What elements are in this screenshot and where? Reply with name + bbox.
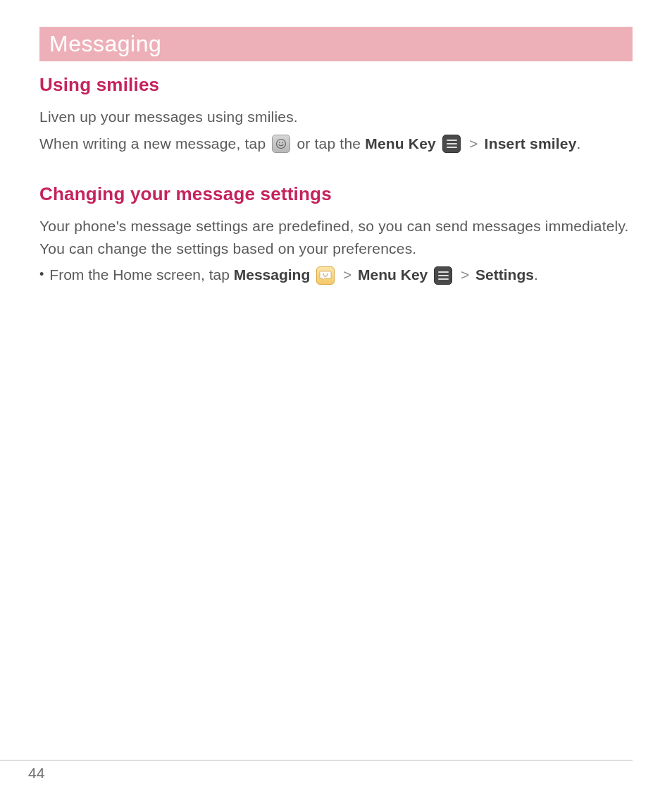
menu-key-icon-2 bbox=[434, 266, 452, 285]
settings-instruction-line: From the Home screen, tap Messaging > Me… bbox=[49, 264, 537, 287]
footer-divider bbox=[0, 760, 633, 760]
menu-key-label-2: Menu Key bbox=[358, 266, 428, 283]
settings-intro-text: Your phone's message settings are predef… bbox=[39, 215, 633, 259]
section-heading-smilies: Using smilies bbox=[39, 74, 633, 96]
settings-text-part1: From the Home screen, tap bbox=[49, 266, 233, 283]
separator-2: > bbox=[343, 266, 351, 283]
bullet-icon: • bbox=[39, 264, 44, 285]
section-heading-settings: Changing your message settings bbox=[39, 183, 633, 205]
separator-1: > bbox=[469, 135, 478, 152]
smilies-intro-text: Liven up your messages using smilies. bbox=[39, 106, 633, 128]
page-number: 44 bbox=[0, 765, 672, 782]
menu-key-icon bbox=[442, 135, 461, 153]
page-header-title: Messaging bbox=[49, 31, 623, 57]
svg-point-0 bbox=[277, 139, 286, 148]
svg-point-3 bbox=[323, 273, 325, 275]
smilies-text-part1: When writing a new message, tap bbox=[39, 135, 270, 152]
svg-point-2 bbox=[282, 142, 284, 143]
svg-point-1 bbox=[279, 142, 280, 143]
smiley-gray-icon bbox=[272, 135, 290, 153]
messaging-app-icon bbox=[316, 266, 335, 285]
smilies-text-part2: or tap the bbox=[292, 135, 365, 152]
page-footer: 44 bbox=[0, 760, 672, 782]
period-1: . bbox=[577, 135, 581, 152]
settings-bullet-item: • From the Home screen, tap Messaging > … bbox=[39, 264, 633, 287]
messaging-label: Messaging bbox=[234, 266, 311, 283]
settings-label: Settings bbox=[475, 266, 534, 283]
menu-key-label-1: Menu Key bbox=[365, 135, 436, 152]
period-2: . bbox=[534, 266, 538, 283]
insert-smiley-label: Insert smiley bbox=[485, 135, 577, 152]
page-header-bar: Messaging bbox=[39, 27, 633, 61]
separator-3: > bbox=[461, 266, 469, 283]
svg-point-4 bbox=[327, 273, 328, 275]
smilies-instruction-line: When writing a new message, tap or tap t… bbox=[39, 133, 633, 156]
